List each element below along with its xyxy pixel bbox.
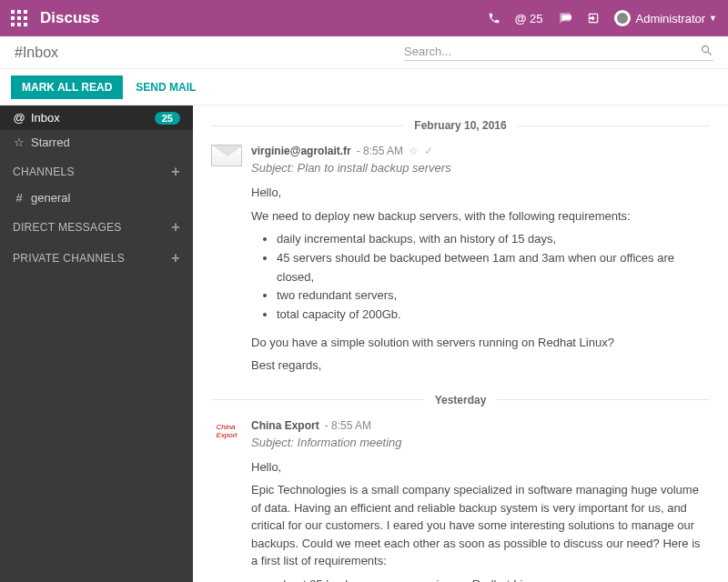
svg-rect-7	[17, 23, 21, 26]
sidebar-item-label: general	[31, 191, 180, 205]
envelope-icon	[211, 145, 242, 166]
message-text: Do you have a simple solution with serve…	[251, 334, 710, 352]
top-navbar: Discuss @ 25 Administrator ▼	[0, 0, 728, 36]
message-text: Best regards,	[251, 356, 710, 375]
app-title: Discuss	[40, 9, 99, 27]
user-name: Administrator	[636, 12, 706, 25]
sidebar-item-label: Inbox	[31, 111, 155, 125]
star-message-icon[interactable]: ☆	[409, 145, 419, 157]
sidebar-item-inbox[interactable]: @ Inbox 25	[0, 105, 193, 130]
message-item: ChinaExport China Export - 8:55 AM Subje…	[193, 416, 728, 582]
chevron-down-icon: ▼	[709, 14, 717, 23]
message-bullets: daily incremental backups, with an histo…	[277, 230, 710, 325]
search-icon[interactable]	[700, 44, 713, 58]
sidebar-section-private: PRIVATE CHANNELS +	[0, 241, 193, 272]
message-text: Epic Technologies is a small company spe…	[251, 481, 710, 570]
star-icon: ☆	[13, 135, 25, 149]
conversations-icon[interactable]	[558, 12, 572, 25]
at-icon: @	[13, 111, 25, 125]
mentions-count: 25	[530, 12, 542, 25]
add-private-icon[interactable]: +	[171, 250, 180, 266]
message-subject: Subject: Information meeting	[251, 436, 710, 449]
search-box[interactable]	[404, 44, 713, 61]
message-from[interactable]: China Export	[251, 419, 319, 432]
apps-menu-icon[interactable]	[11, 10, 27, 26]
svg-rect-2	[24, 10, 27, 14]
svg-rect-8	[24, 23, 27, 26]
phone-icon[interactable]	[488, 12, 500, 25]
sender-avatar	[211, 145, 242, 168]
date-separator: February 10, 2016	[193, 118, 728, 132]
user-avatar-icon	[614, 10, 631, 26]
svg-rect-3	[11, 16, 15, 20]
sidebar-section-dm: DIRECT MESSAGES +	[0, 210, 193, 241]
user-menu[interactable]: Administrator ▼	[614, 10, 718, 26]
message-time: - 8:55 AM	[357, 145, 403, 157]
date-separator: Yesterday	[193, 393, 728, 406]
page-title: #Inbox	[15, 45, 58, 61]
sidebar-item-label: Starred	[31, 135, 180, 149]
svg-rect-6	[11, 23, 15, 26]
message-list: February 10, 2016 virginie@agrolait.fr -…	[193, 105, 728, 582]
message-time: - 8:55 AM	[325, 419, 371, 432]
sidebar-item-starred[interactable]: ☆ Starred	[0, 130, 193, 155]
message-subject: Subject: Plan to install backup servers	[251, 161, 710, 175]
sidebar-item-general[interactable]: # general	[0, 186, 193, 210]
svg-rect-1	[17, 10, 21, 14]
message-bullets: about 25 backup servers, running on Redh…	[277, 576, 710, 582]
sidebar-section-channels: CHANNELS +	[0, 155, 193, 186]
message-from[interactable]: virginie@agrolait.fr	[251, 145, 351, 157]
send-mail-button[interactable]: SEND MAIL	[136, 81, 196, 94]
message-item: virginie@agrolait.fr - 8:55 AM ☆ ✓ Subje…	[193, 141, 728, 380]
svg-rect-0	[11, 10, 15, 14]
svg-rect-5	[24, 16, 27, 20]
mentions-indicator[interactable]: @ 25	[515, 12, 543, 25]
inbox-count-badge: 25	[155, 112, 180, 125]
breadcrumb-bar: #Inbox	[0, 36, 728, 69]
logout-icon[interactable]	[587, 12, 600, 25]
message-text: Hello,	[251, 458, 710, 477]
company-logo-icon: ChinaExport	[211, 419, 242, 443]
mark-done-icon[interactable]: ✓	[424, 145, 433, 157]
action-bar: MARK ALL READ SEND MAIL	[0, 69, 728, 105]
svg-rect-4	[17, 16, 21, 20]
add-dm-icon[interactable]: +	[171, 219, 180, 236]
message-text: Hello,	[251, 184, 710, 202]
hash-icon: #	[13, 191, 25, 205]
search-input[interactable]	[404, 45, 700, 58]
sidebar: @ Inbox 25 ☆ Starred CHANNELS + # genera…	[0, 105, 193, 582]
add-channel-icon[interactable]: +	[171, 164, 180, 180]
sender-avatar: ChinaExport	[211, 419, 242, 443]
mark-all-read-button[interactable]: MARK ALL READ	[11, 75, 123, 99]
message-text: We need to deploy new backup servers, wi…	[251, 207, 710, 226]
